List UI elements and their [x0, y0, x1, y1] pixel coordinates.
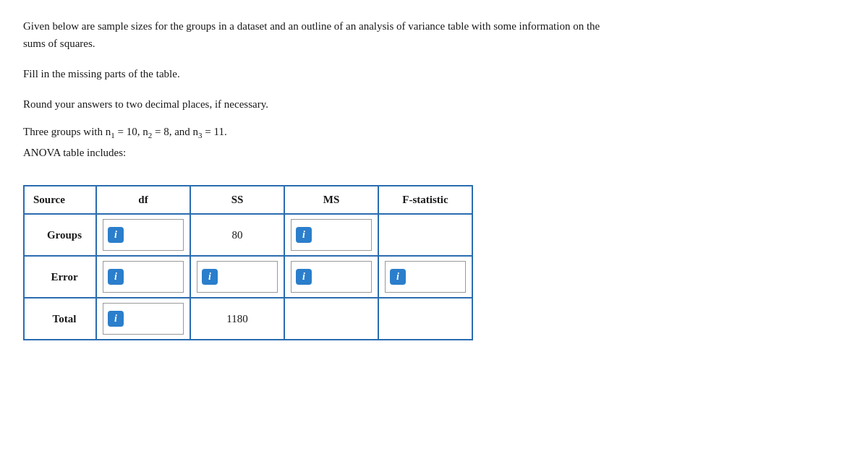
header-source: Source: [24, 186, 96, 214]
error-f-badge: i: [390, 269, 406, 285]
groups-df-cell: i: [96, 214, 190, 256]
total-ms-empty: [285, 298, 378, 339]
groups-ms-cell: i: [284, 214, 378, 256]
error-df-badge: i: [108, 269, 124, 285]
error-ms-input[interactable]: i: [291, 261, 372, 293]
intro-section: Given below are sample sizes for the gro…: [23, 17, 845, 159]
header-f: F-statistic: [378, 186, 472, 214]
table-row-total: Total i 1180: [24, 298, 472, 340]
header-ms: MS: [284, 186, 378, 214]
error-source-cell: Error: [24, 256, 96, 298]
total-df-badge: i: [108, 311, 124, 327]
error-ms-cell: i: [284, 256, 378, 298]
anova-table-wrapper: Source df SS MS F-statistic Groups: [23, 185, 473, 340]
fill-instruction: Fill in the missing parts of the table.: [23, 65, 845, 82]
table-row-groups: Groups i 80: [24, 214, 472, 256]
intro-paragraph: Given below are sample sizes for the gro…: [23, 17, 845, 52]
total-ms-cell: [284, 298, 378, 340]
total-df-cell: i: [96, 298, 190, 340]
anova-table: Source df SS MS F-statistic Groups: [23, 185, 473, 340]
error-df-input[interactable]: i: [103, 261, 184, 293]
intro-line1b: sums of squares.: [23, 38, 95, 49]
error-f-cell: i: [378, 256, 472, 298]
groups-df-input-wrap: i: [97, 215, 190, 255]
table-row-error: Error i i: [24, 256, 472, 298]
groups-f-cell: [378, 214, 472, 256]
total-df-input-wrap: i: [97, 298, 190, 339]
error-ss-input[interactable]: i: [197, 261, 278, 293]
page-container: Given below are sample sizes for the gro…: [23, 17, 845, 343]
error-df-input-wrap: i: [97, 257, 190, 297]
error-ss-badge: i: [202, 269, 218, 285]
header-ss: SS: [190, 186, 284, 214]
error-ms-badge: i: [296, 269, 312, 285]
groups-f-empty: [379, 215, 472, 255]
groups-ms-input[interactable]: i: [291, 219, 372, 251]
intro-line1: Given below are sample sizes for the gro…: [23, 20, 600, 32]
total-source-cell: Total: [24, 298, 96, 340]
group-sizes: Three groups with n1 = 10, n2 = 8, and n…: [23, 126, 845, 139]
anova-label: ANOVA table includes:: [23, 147, 845, 159]
groups-ms-badge: i: [296, 227, 312, 243]
groups-source-cell: Groups: [24, 214, 96, 256]
error-f-input[interactable]: i: [385, 261, 466, 293]
total-df-input[interactable]: i: [103, 303, 184, 335]
groups-ss-cell: 80: [190, 214, 284, 256]
error-ss-cell: i: [190, 256, 284, 298]
groups-ss-value: 80: [191, 215, 284, 255]
total-ss-value: 1180: [191, 298, 284, 339]
error-f-input-wrap: i: [379, 257, 472, 297]
error-ss-input-wrap: i: [191, 257, 284, 297]
total-ss-cell: 1180: [190, 298, 284, 340]
groups-df-input[interactable]: i: [103, 219, 184, 251]
groups-label: Groups: [33, 215, 95, 255]
table-header-row: Source df SS MS F-statistic: [24, 186, 472, 214]
total-f-empty: [379, 298, 472, 339]
error-ms-input-wrap: i: [285, 257, 378, 297]
groups-df-badge: i: [108, 227, 124, 243]
round-instruction: Round your answers to two decimal places…: [23, 95, 845, 113]
header-df: df: [96, 186, 190, 214]
error-df-cell: i: [96, 256, 190, 298]
total-f-cell: [378, 298, 472, 340]
groups-ms-input-wrap: i: [285, 215, 378, 255]
error-label: Error: [33, 257, 95, 297]
total-label: Total: [33, 298, 95, 339]
